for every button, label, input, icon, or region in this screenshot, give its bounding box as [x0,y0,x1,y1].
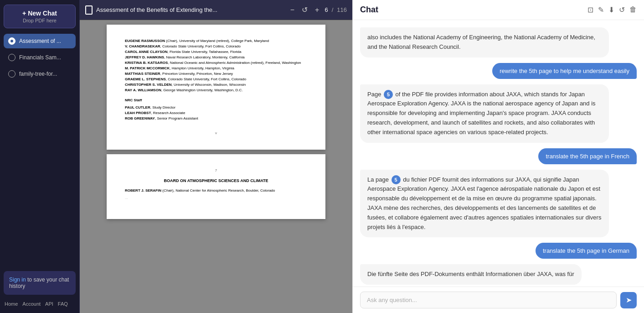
sidebar-item-label: Financials Sam... [19,54,61,61]
external-link-icon[interactable]: ⊡ [587,5,593,14]
chat-list: Assessment of ...Financials Sam...family… [4,34,76,83]
chat-input-area: ➤ [353,287,644,313]
pdf-page-7: 7 BOARD ON ATMOSPHERIC SCIENCES AND CLIM… [107,154,325,219]
context-message: also includes the National Academy of En… [360,27,609,57]
user-message-1: rewrite the 5th page to help me understa… [492,63,637,79]
ai-message-2: La page 5 du fichier PDF fournit des inf… [360,170,609,238]
user-message-3: translate the 5th page in German [536,243,637,259]
ai-message-3-partial: Die fünfte Seite des PDF-Dokuments enthä… [360,264,582,285]
committee-members: EUGENE RASMUSSON (Chair), University of … [125,38,307,93]
sidebar-item-family-tree[interactable]: family-tree-for... [4,67,76,81]
sidebar-item-financials[interactable]: Financials Sam... [4,50,76,65]
pdf-content[interactable]: EUGENE RASMUSSON (Chair), University of … [80,20,352,313]
user-message-2: translate the 5th page in French [538,148,637,164]
new-chat-label: + New Chat [9,10,71,17]
page-7-label: 7 [125,168,307,173]
page-badge-1: 5 [384,90,393,99]
footer-faq[interactable]: FAQ [58,301,68,307]
total-pages: 116 [337,6,347,13]
dot-icon [8,70,15,78]
nrc-staff-section: NRC Staff PAUL CUTLER, Study Director LE… [125,98,307,121]
reset-button[interactable]: ↺ [300,5,309,15]
new-chat-button[interactable]: + New Chat Drop PDF here [4,5,76,28]
sidebar: + New Chat Drop PDF here Assessment of .… [0,0,80,313]
footer-api[interactable]: API [45,301,53,307]
pdf-title: Assessment of the Benefits of Extending … [96,6,285,13]
refresh-icon[interactable]: ↺ [619,5,625,14]
edit-icon[interactable]: ✎ [598,5,604,14]
board-title: BOARD ON ATMOSPHERIC SCIENCES AND CLIMAT… [125,178,307,184]
pdf-area: Assessment of the Benefits of Extending … [80,0,352,313]
dot-icon [8,37,15,45]
footer-home[interactable]: Home [5,301,18,307]
chat-input[interactable] [360,292,617,308]
sign-in-link[interactable]: Sign in [9,276,26,283]
chat-area: Chat ⊡ ✎ ⬇ ↺ 🗑 also includes the Nationa… [352,0,644,313]
page-footer-6: v [125,130,307,136]
chat-title: Chat [360,5,378,15]
zoom-in-button[interactable]: + [313,5,321,15]
footer-account[interactable]: Account [22,301,41,307]
send-button[interactable]: ➤ [620,292,637,308]
ai-message-1: Page 5 of the PDF file provides informat… [360,84,609,143]
trash-icon[interactable]: 🗑 [629,5,637,14]
sign-in-box: Sign in to save your chat history [4,271,76,295]
zoom-out-button[interactable]: − [289,5,296,15]
chat-header: Chat ⊡ ✎ ⬇ ↺ 🗑 [353,0,644,20]
sidebar-footer: Home Account API FAQ [4,299,76,308]
current-page: 6 [325,6,328,13]
sidebar-item-label: Assessment of ... [19,38,61,44]
dot-icon [8,54,15,61]
drop-pdf-label: Drop PDF here [9,18,71,23]
download-icon[interactable]: ⬇ [608,5,614,14]
page-badge-2: 5 [392,175,401,184]
pdf-toolbar: Assessment of the Benefits of Extending … [80,0,352,20]
sidebar-item-assessment[interactable]: Assessment of ... [4,34,76,48]
sidebar-item-label: family-tree-for... [19,71,57,77]
board-members: ROBERT J. SERAFIN (Chair), National Cent… [125,188,307,201]
chat-messages: also includes the National Academy of En… [353,20,644,287]
document-icon [85,5,93,15]
chat-header-icons: ⊡ ✎ ⬇ ↺ 🗑 [587,5,637,14]
page-separator: / [332,6,334,13]
pdf-page-6: EUGENE RASMUSSON (Chair), University of … [107,25,325,150]
